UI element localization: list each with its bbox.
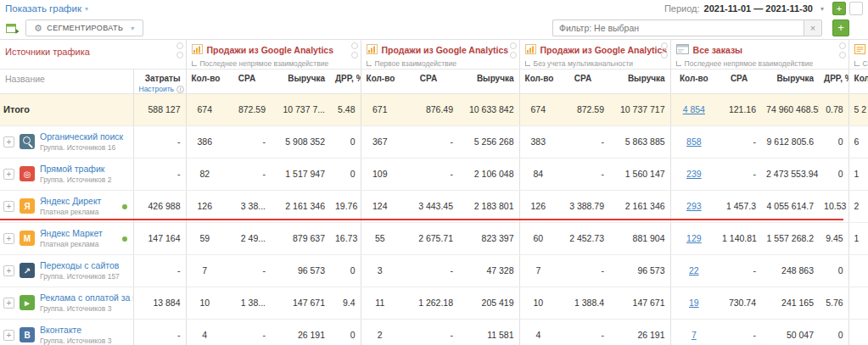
sort-circle-icon[interactable]	[661, 42, 668, 49]
orders-count-link[interactable]: 7	[692, 330, 697, 340]
attribution-model-label: Первое взаимодействие	[367, 59, 514, 68]
metric-cell: 16.73	[330, 222, 361, 254]
metric-cell: 5 863 885	[609, 125, 670, 158]
sort-circle-icon[interactable]	[176, 42, 183, 49]
metric-cell: 4 055 614.7	[761, 190, 819, 222]
metric-cell: 872.59	[557, 93, 609, 125]
column-header[interactable]: Кол-во	[186, 69, 223, 93]
column-header[interactable]: Выручка	[609, 69, 670, 93]
attribution-model-label: Без учета мультиканальности	[525, 59, 665, 68]
metric-group-title[interactable]: Все заказы	[693, 45, 743, 55]
metric-cell	[848, 287, 868, 319]
expand-button[interactable]: +	[3, 265, 14, 276]
segment-label: СЕГМЕНТИРОВАТЬ	[47, 24, 123, 32]
period-add-button[interactable]: +	[832, 2, 846, 15]
source-name-link[interactable]: Прямой трафик	[40, 164, 111, 174]
expand-button[interactable]: +	[3, 169, 14, 180]
column-header[interactable]: Выручка	[271, 69, 330, 93]
segment-button[interactable]: ⚙ СЕГМЕНТИРОВАТЬ ▾	[25, 19, 143, 36]
source-group-label: Группа. Источников 3	[40, 337, 111, 345]
source-name-link[interactable]: Яндекс Маркет	[40, 228, 103, 238]
report-table-icon[interactable]	[5, 22, 20, 35]
column-header[interactable]: Кол-во	[848, 69, 868, 93]
metric-cell: 82	[186, 158, 223, 190]
sort-circle-icon[interactable]	[510, 42, 517, 49]
column-header[interactable]: Кол-во	[519, 69, 557, 93]
source-name-link[interactable]: Яндекс Директ	[40, 196, 101, 206]
metric-cell: -	[133, 158, 186, 190]
chevron-down-icon: ▾	[820, 5, 824, 13]
column-header[interactable]: CPA	[717, 69, 761, 93]
sort-circle-icon[interactable]	[176, 52, 183, 58]
orders-count-link[interactable]: 858	[686, 136, 702, 147]
metric-group-title[interactable]: Продажи из Google Analytics	[540, 45, 668, 55]
attribution-model-label: Последнее непрямое взаимодействие	[676, 59, 843, 68]
source-name-link[interactable]: Переходы с сайтов	[40, 260, 120, 270]
metric-cell: 9.4	[330, 287, 361, 319]
filter-add-button[interactable]: +	[832, 19, 849, 36]
sort-circle-icon[interactable]	[661, 52, 668, 58]
source-row: +►Реклама с оплатой за кликГруппа. Источ…	[0, 287, 868, 319]
traffic-sources-table: Источники трафикаПродажи из Google Analy…	[0, 40, 868, 345]
show-chart-link[interactable]: Показать график ▾	[5, 3, 88, 14]
metric-cell: 1 38...	[223, 287, 271, 319]
filter-clear-button[interactable]: ×	[804, 19, 822, 36]
sort-circle-icon[interactable]	[510, 52, 517, 58]
column-header[interactable]: ДРР, %	[819, 69, 848, 93]
sort-circle-icon[interactable]	[351, 52, 358, 58]
period-extra-button[interactable]	[849, 2, 863, 15]
metric-cell: 5 2	[848, 93, 868, 125]
metric-group-title[interactable]: Продажи из Google Analytics	[207, 45, 334, 55]
orders-count-link[interactable]: 293	[686, 201, 702, 211]
column-header[interactable]: ДРР, %	[330, 69, 361, 93]
column-header[interactable]: CPA	[223, 69, 271, 93]
source-name-link[interactable]: Вконтакте	[40, 325, 111, 335]
column-header[interactable]: ЗатратыНастроитьi	[133, 69, 186, 93]
metric-cell: 5 908 352	[271, 125, 330, 158]
metric-cell: 5.76	[819, 287, 848, 319]
configure-costs-link[interactable]: Настроить	[139, 85, 175, 94]
metric-cell: 147 671	[609, 287, 670, 319]
report-table-area[interactable]: Источники трафикаПродажи из Google Analy…	[0, 39, 868, 345]
metric-cell: 879 637	[271, 222, 330, 254]
metric-cell: 0	[330, 254, 361, 287]
column-header[interactable]: CPA	[399, 69, 458, 93]
column-header[interactable]: Кол-во	[670, 69, 717, 93]
expand-button[interactable]: +	[3, 233, 14, 244]
filter-input[interactable]	[552, 19, 804, 36]
chevron-down-icon: ▾	[85, 5, 88, 13]
metric-cell: 730.74	[717, 287, 761, 319]
metric-cell: 47 328	[458, 254, 519, 287]
orders-count-link[interactable]: 129	[686, 233, 702, 243]
metric-cell: 10	[519, 287, 557, 319]
column-header[interactable]: Кол-во	[361, 69, 399, 93]
info-icon[interactable]: i	[176, 86, 184, 93]
source-name-link[interactable]: Органический поиск	[40, 131, 123, 142]
metric-cell: 674	[519, 93, 557, 125]
name-column-header[interactable]: Название	[0, 69, 133, 93]
orders-count-link[interactable]: 22	[689, 265, 699, 275]
column-header[interactable]: Выручка	[458, 69, 519, 93]
sort-circle-icon[interactable]	[351, 42, 358, 49]
orders-count-link[interactable]: 19	[689, 298, 699, 308]
orders-count-link[interactable]: 4 854	[683, 104, 705, 114]
column-header[interactable]: Выручка	[761, 69, 819, 93]
metric-cell: 872.59	[223, 93, 271, 125]
metric-group-title[interactable]: Продажи из Google Analytics	[382, 45, 509, 55]
expand-button[interactable]: +	[3, 330, 14, 341]
period-control[interactable]: Период: 2021-11-01 — 2021-11-30 ▾	[664, 3, 824, 14]
expand-button[interactable]: +	[3, 136, 14, 147]
header-mini-buttons	[351, 42, 358, 58]
metric-cell: 1 140.81	[717, 222, 761, 254]
column-header[interactable]: CPA	[557, 69, 609, 93]
metric-cell: -	[717, 125, 761, 158]
vk-icon: В	[20, 327, 35, 342]
orders-count-link[interactable]: 239	[686, 169, 702, 179]
metric-cell: 2	[361, 319, 399, 345]
source-row: +МЯндекс МаркетПлатная реклама147 164592…	[0, 222, 868, 254]
sort-circle-icon[interactable]	[839, 52, 846, 58]
source-name-link[interactable]: Реклама с оплатой за клик	[40, 292, 130, 303]
sort-circle-icon[interactable]	[839, 42, 846, 49]
expand-button[interactable]: +	[3, 298, 14, 309]
expand-button[interactable]: +	[3, 201, 14, 212]
